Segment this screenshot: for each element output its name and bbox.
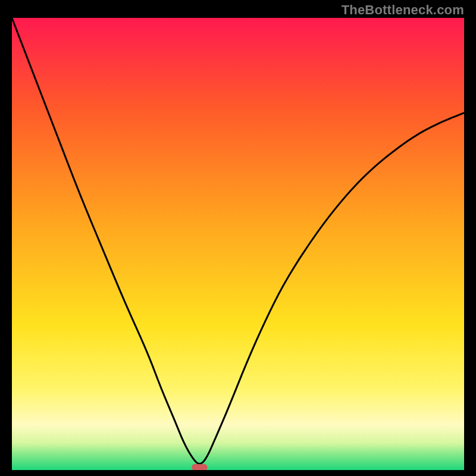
optimal-marker	[192, 464, 207, 470]
watermark-text: TheBottleneck.com	[342, 2, 464, 18]
bottleneck-chart	[12, 18, 464, 470]
plot-background	[12, 18, 464, 470]
chart-frame: TheBottleneck.com	[0, 0, 476, 476]
